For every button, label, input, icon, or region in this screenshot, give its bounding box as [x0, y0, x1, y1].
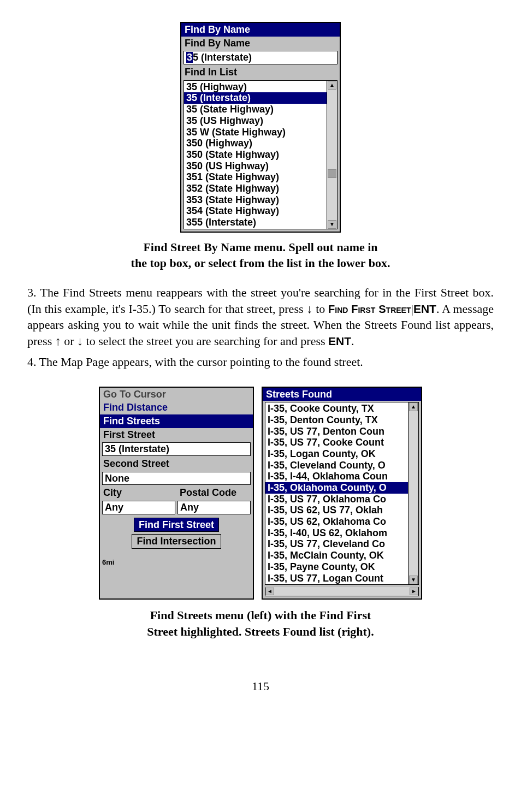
results-list[interactable]: I-35, Cooke County, TXI-35, Denton Count…: [265, 402, 408, 585]
list-item[interactable]: 355 (Interstate): [184, 217, 327, 228]
streets-found-window: Streets Found I-35, Cooke County, TXI-35…: [262, 387, 422, 600]
second-street-input[interactable]: None: [102, 472, 251, 485]
list-item[interactable]: I-35, US 62, Oklahoma Co: [265, 516, 408, 527]
h-scrollbar[interactable]: ◄ ►: [265, 587, 419, 596]
scroll-down-icon[interactable]: ▼: [409, 576, 418, 584]
first-street-input[interactable]: 35 (Interstate): [102, 442, 251, 456]
list-item[interactable]: I-35, Oklahoma County, O: [265, 482, 408, 494]
find-by-name-window: Find By Name Find By Name 35 (Interstate…: [180, 22, 341, 233]
find-first-street-button[interactable]: Find First Street: [134, 518, 219, 532]
first-street-label: First Street: [100, 428, 253, 442]
scroll-up-icon[interactable]: ▲: [328, 81, 336, 90]
find-streets-window: Go To Cursor Find Distance Find Streets …: [99, 387, 254, 600]
menu-item-dim: Go To Cursor: [100, 388, 253, 401]
window-title: Find Streets: [100, 414, 253, 428]
figure1-caption: Find Street By Name menu. Spell out name…: [27, 239, 494, 271]
list-item[interactable]: I-35, Logan County, OK: [265, 448, 408, 460]
list-label: Find In List: [181, 66, 340, 79]
list-item[interactable]: I-35, I-44, Oklahoma Coun: [265, 471, 408, 482]
list-item[interactable]: 350 (State Highway): [184, 149, 327, 161]
list-item[interactable]: 35 (State Highway): [184, 104, 327, 115]
list-item[interactable]: 353 (State Highway): [184, 194, 327, 206]
scroll-up-icon[interactable]: ▲: [409, 402, 418, 411]
scroll-left-icon[interactable]: ◄: [265, 588, 274, 595]
list-item[interactable]: I-35, US 77, Oklahoma Co: [265, 494, 408, 505]
scroll-thumb[interactable]: [328, 169, 336, 178]
postal-label: Postal Code: [176, 486, 253, 500]
list-item[interactable]: 350 (Highway): [184, 138, 327, 149]
list-item[interactable]: I-35, US 62, US 77, Oklah: [265, 505, 408, 516]
list-item[interactable]: I-35, Payne County, OK: [265, 561, 408, 573]
step-3-text: 3. The Find Streets menu reappears with …: [27, 285, 494, 349]
city-input[interactable]: Any: [102, 501, 175, 514]
window-title: Streets Found: [263, 388, 421, 401]
postal-input[interactable]: Any: [177, 501, 251, 514]
section-label: Find By Name: [181, 37, 340, 50]
menu-item-dim: Find Distance: [100, 401, 253, 414]
list-item[interactable]: I-35, US 77, Logan Count: [265, 573, 408, 584]
list-item[interactable]: 35 W (State Highway): [184, 127, 327, 138]
scroll-right-icon[interactable]: ►: [410, 588, 418, 595]
list-item[interactable]: I-35, Denton County, TX: [265, 414, 408, 426]
list-item[interactable]: 352 (State Highway): [184, 183, 327, 194]
city-label: City: [100, 486, 176, 500]
list-item[interactable]: 354 (State Highway): [184, 205, 327, 217]
figure2-caption: Find Streets menu (left) with the Find F…: [27, 607, 494, 639]
list-item[interactable]: I-35, McClain County, OK: [265, 550, 408, 561]
street-list[interactable]: 35 (Highway)35 (Interstate)35 (State Hig…: [183, 80, 327, 229]
list-item[interactable]: 35 (Highway): [184, 81, 327, 93]
scrollbar[interactable]: ▲ ▼: [327, 80, 338, 229]
second-street-label: Second Street: [100, 457, 253, 471]
scale-indicator: 6mi: [100, 559, 253, 567]
list-item[interactable]: I-35, Cleveland County, O: [265, 460, 408, 471]
list-item[interactable]: I-35, US 77, Cleveland Co: [265, 538, 408, 550]
list-item[interactable]: I-35, Cooke County, TX: [265, 403, 408, 414]
list-item[interactable]: 35 (Interstate): [184, 92, 327, 104]
find-intersection-button[interactable]: Find Intersection: [132, 534, 221, 549]
list-item[interactable]: I-35, US 77, Cooke Count: [265, 437, 408, 448]
list-item[interactable]: 35 (US Highway): [184, 115, 327, 127]
page-number: 115: [27, 678, 494, 695]
step-4-text: 4. The Map Page appears, with the cursor…: [27, 354, 494, 370]
scroll-down-icon[interactable]: ▼: [328, 220, 336, 229]
list-item[interactable]: 350 (US Highway): [184, 161, 327, 172]
window-title: Find By Name: [181, 23, 340, 37]
scrollbar[interactable]: ▲ ▼: [408, 402, 419, 585]
list-item[interactable]: I-35, I-40, US 62, Oklahom: [265, 527, 408, 539]
list-item[interactable]: I-35, US 77, Denton Coun: [265, 426, 408, 437]
list-item[interactable]: 351 (State Highway): [184, 171, 327, 183]
name-input[interactable]: 35 (Interstate): [183, 51, 338, 64]
